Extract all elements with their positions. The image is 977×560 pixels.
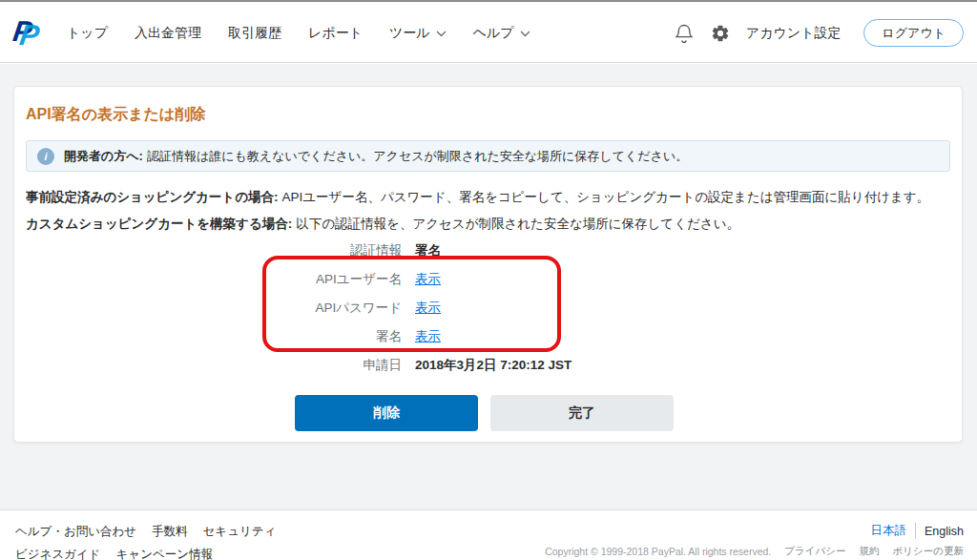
nav-right: アカウント設定 ログアウト xyxy=(674,19,964,47)
show-api-username-link[interactable]: 表示 xyxy=(415,271,441,288)
notice-lead: 開発者の方へ: xyxy=(64,149,143,163)
nav-menu: トップ 入出金管理 取引履歴 レポート ツール ヘルプ xyxy=(67,25,530,42)
page: P P トップ 入出金管理 取引履歴 レポート ツール ヘルプ xyxy=(0,0,977,560)
nav-item-label: 入出金管理 xyxy=(135,25,201,42)
table-row: 表示 xyxy=(415,265,952,294)
info-icon: i xyxy=(37,148,54,165)
instructions-lead: 事前設定済みのショッピングカートの場合: xyxy=(26,190,278,204)
paypal-logo[interactable]: P P xyxy=(13,15,46,52)
footer-link-business-guide[interactable]: ビジネスガイド xyxy=(15,547,101,560)
copyright-text: Copyright © 1999-2018 PayPal. All rights… xyxy=(545,546,771,557)
api-username-label: APIユーザー名 xyxy=(26,265,402,294)
instructions-custom-cart: カスタムショッピングカートを構築する場合:以下の認証情報を、アクセスが制限された… xyxy=(26,216,950,233)
footer-right: 日本語 English Copyright © 1999-2018 PayPal… xyxy=(545,523,964,558)
chevron-down-icon xyxy=(436,31,447,37)
footer-links-row-1: ヘルプ・お問い合わせ 手数料 セキュリティ xyxy=(15,524,276,540)
language-switcher: 日本語 English xyxy=(545,523,964,539)
developer-notice-banner: i 開発者の方へ:認証情報は誰にも教えないでください。アクセスが制限された安全な… xyxy=(26,140,950,172)
footer: ヘルプ・お問い合わせ 手数料 セキュリティ ビジネスガイド キャンペーン情報 日… xyxy=(0,509,977,560)
instructions-body: APIユーザー名、パスワード、署名をコピーして、ショッピングカートの設定または管… xyxy=(281,190,929,204)
request-date-value: 2018年3月2日 7:20:12 JST xyxy=(415,351,952,380)
nav-item-label: レポート xyxy=(308,25,363,42)
footer-link-terms[interactable]: 規約 xyxy=(860,545,880,558)
footer-link-help[interactable]: ヘルプ・お問い合わせ xyxy=(15,524,136,540)
footer-link-campaign-info[interactable]: キャンペーン情報 xyxy=(116,547,213,560)
language-japanese-link[interactable]: 日本語 xyxy=(871,523,917,539)
notice-text: 開発者の方へ:認証情報は誰にも教えないでください。アクセスが制限された安全な場所… xyxy=(64,148,688,165)
instructions-preset-cart: 事前設定済みのショッピングカートの場合:APIユーザー名、パスワード、署名をコピ… xyxy=(26,189,950,206)
nav-item-label: ツール xyxy=(389,25,430,42)
settings-gear-icon[interactable] xyxy=(710,23,731,44)
footer-link-privacy[interactable]: プライバシー xyxy=(784,545,845,558)
nav-item-money[interactable]: 入出金管理 xyxy=(135,25,201,42)
request-date-label: 申請日 xyxy=(26,351,402,380)
footer-links: ヘルプ・お問い合わせ 手数料 セキュリティ ビジネスガイド キャンペーン情報 xyxy=(15,524,276,560)
legal-row: Copyright © 1999-2018 PayPal. All rights… xyxy=(545,545,964,558)
account-settings-link[interactable]: アカウント設定 xyxy=(746,25,842,42)
signature-label: 署名 xyxy=(26,322,402,351)
table-row: 表示 xyxy=(415,322,952,351)
page-title: API署名の表示または削除 xyxy=(26,105,205,125)
nav-item-help[interactable]: ヘルプ xyxy=(473,25,530,42)
credentials-table: 認証情報 署名 APIユーザー名 表示 APIパスワード 表示 署名 表示 申請… xyxy=(26,237,952,380)
show-signature-link[interactable]: 表示 xyxy=(415,328,441,345)
language-english-link[interactable]: English xyxy=(916,525,964,538)
table-row: 表示 xyxy=(415,294,952,322)
api-signature-card: API署名の表示または削除 i 開発者の方へ:認証情報は誰にも教えないでください… xyxy=(13,86,963,443)
top-nav: P P トップ 入出金管理 取引履歴 レポート ツール ヘルプ xyxy=(0,4,977,63)
paypal-logo-front-p: P xyxy=(18,19,42,52)
instructions-lead: カスタムショッピングカートを構築する場合: xyxy=(26,217,292,231)
nav-item-label: トップ xyxy=(67,25,108,42)
nav-item-activity[interactable]: 取引履歴 xyxy=(228,25,281,42)
nav-item-top[interactable]: トップ xyxy=(67,25,108,42)
done-button[interactable]: 完了 xyxy=(490,395,674,431)
footer-link-policy-updates[interactable]: ポリシーの更新 xyxy=(893,545,964,558)
action-buttons: 削除 完了 xyxy=(295,395,674,431)
credentials-header-label: 認証情報 xyxy=(26,237,402,265)
content-background: API署名の表示または削除 i 開発者の方へ:認証情報は誰にも教えないでください… xyxy=(0,64,977,509)
delete-button[interactable]: 削除 xyxy=(295,395,478,431)
chevron-down-icon xyxy=(520,31,530,37)
nav-item-label: 取引履歴 xyxy=(228,25,281,42)
footer-link-fees[interactable]: 手数料 xyxy=(152,524,188,540)
credentials-header-value: 署名 xyxy=(415,237,952,265)
footer-links-row-2: ビジネスガイド キャンペーン情報 xyxy=(15,547,276,560)
notifications-bell-icon[interactable] xyxy=(674,23,695,44)
nav-item-tools[interactable]: ツール xyxy=(389,25,447,42)
notice-body: 認証情報は誰にも教えないでください。アクセスが制限された安全な場所に保存してくだ… xyxy=(147,149,688,163)
nav-item-label: ヘルプ xyxy=(473,25,514,42)
instructions-body: 以下の認証情報を、アクセスが制限された安全な場所に保存してください。 xyxy=(296,217,739,231)
footer-link-security[interactable]: セキュリティ xyxy=(203,524,277,540)
api-password-label: APIパスワード xyxy=(26,294,402,322)
nav-item-reports[interactable]: レポート xyxy=(308,25,363,42)
show-api-password-link[interactable]: 表示 xyxy=(415,300,441,317)
logout-button[interactable]: ログアウト xyxy=(863,19,964,47)
